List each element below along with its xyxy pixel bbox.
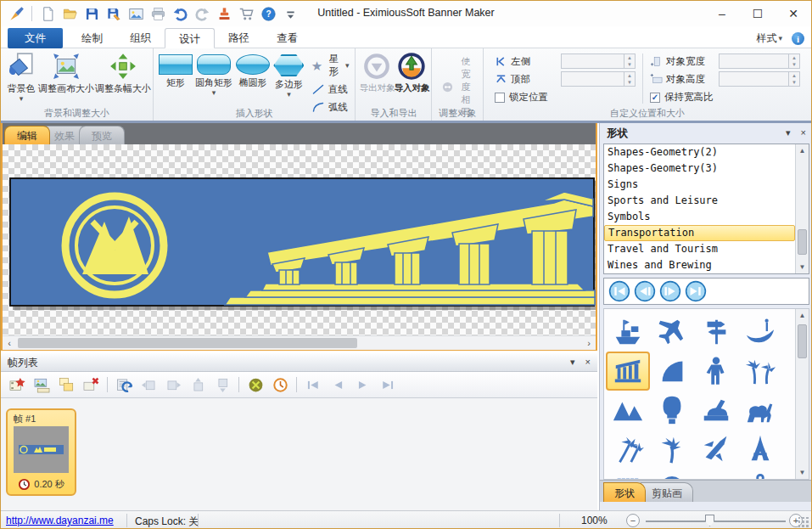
document-tab-edit[interactable]: 编辑: [4, 126, 50, 144]
spinner-arrows[interactable]: ▲▼: [624, 54, 635, 68]
shape-camel[interactable]: [738, 391, 782, 430]
shape-gondola[interactable]: [738, 312, 782, 352]
last-frame-button[interactable]: [376, 374, 398, 396]
scroll-right-icon[interactable]: ›: [582, 338, 596, 348]
duplicate-frame-button[interactable]: [55, 374, 77, 396]
scroll-left-icon[interactable]: ‹: [3, 338, 16, 348]
category-scrollbar[interactable]: ▲ ▼: [795, 144, 809, 273]
rectangle-button[interactable]: 矩形: [158, 51, 193, 90]
shape-brick-building[interactable]: [606, 469, 650, 480]
panel-close-icon[interactable]: ×: [585, 356, 591, 368]
object-width-input[interactable]: ▲▼: [719, 53, 800, 69]
move-frame-down-button[interactable]: [211, 374, 233, 396]
panel-menu-icon[interactable]: ▾: [786, 127, 791, 138]
shape-palm-tree[interactable]: [650, 430, 694, 469]
add-frame-button[interactable]: [6, 374, 28, 396]
background-color-button[interactable]: 背景色 ▾: [5, 51, 37, 104]
canvas[interactable]: [3, 144, 596, 335]
tab-design[interactable]: 设计: [165, 28, 215, 48]
category-item[interactable]: Symbols: [604, 209, 795, 225]
close-button[interactable]: ✕: [776, 1, 811, 26]
panel-tab-clipart[interactable]: 剪贴画: [641, 482, 693, 502]
delete-frame-button[interactable]: [80, 374, 102, 396]
shape-signpost[interactable]: [694, 312, 738, 352]
spinner-arrows[interactable]: ▲▼: [624, 72, 635, 86]
previous-page-button[interactable]: [634, 280, 656, 302]
shape-eiffel-tower[interactable]: [738, 430, 782, 469]
info-icon[interactable]: i: [792, 32, 804, 45]
shape-fighter-jet[interactable]: [694, 430, 738, 469]
frame-duration-button[interactable]: [269, 374, 291, 396]
category-item[interactable]: Shapes-Geometry(3): [604, 160, 795, 177]
document-tab-preview[interactable]: 预览: [79, 126, 125, 144]
shape-palm-grove[interactable]: [738, 352, 782, 391]
tab-path[interactable]: 路径: [215, 28, 263, 48]
scroll-up-icon[interactable]: ▲: [796, 309, 809, 322]
category-item[interactable]: Shapes-Geometry(2): [604, 144, 795, 160]
zoom-out-icon[interactable]: −: [626, 514, 640, 527]
zoom-slider-thumb[interactable]: [705, 515, 714, 526]
category-item[interactable]: Wines and Brewing: [604, 257, 795, 273]
tab-draw[interactable]: 绘制: [68, 28, 116, 48]
move-frame-forward-button[interactable]: [162, 374, 184, 396]
polygon-button[interactable]: 多边形 ▾: [272, 51, 306, 99]
panel-close-icon[interactable]: ×: [801, 127, 806, 138]
star-button[interactable]: ★ 星形 ▾: [310, 51, 351, 80]
add-image-frame-button[interactable]: [31, 374, 53, 396]
top-position-input[interactable]: ▲▼: [561, 71, 636, 87]
scrollbar-thumb[interactable]: [18, 338, 357, 348]
import-object-button[interactable]: 导入对象: [394, 51, 429, 95]
scroll-down-icon[interactable]: ▼: [796, 466, 809, 479]
website-link[interactable]: http://www.dayanzai.me: [6, 515, 114, 526]
frame-properties-button[interactable]: [113, 374, 135, 396]
line-button[interactable]: 直线: [310, 81, 351, 98]
object-height-input[interactable]: ▲▼: [719, 71, 800, 87]
minimize-button[interactable]: –: [704, 1, 740, 26]
resize-grip[interactable]: [798, 517, 809, 528]
shape-grid-scrollbar[interactable]: ▲ ▼: [795, 309, 809, 479]
shape-warrior[interactable]: [694, 352, 738, 391]
shape-bottle[interactable]: [694, 469, 738, 480]
scroll-up-icon[interactable]: ▲: [796, 144, 809, 157]
scrollbar-thumb[interactable]: [798, 229, 807, 255]
last-page-button[interactable]: [685, 280, 707, 302]
category-item[interactable]: Signs: [604, 177, 795, 193]
shape-sphinx[interactable]: [694, 391, 738, 430]
keep-aspect-checkbox[interactable]: 保持宽高比: [650, 91, 800, 104]
export-object-button[interactable]: 导出对象: [360, 51, 394, 95]
move-frame-up-button[interactable]: [187, 374, 209, 396]
resize-canvas-button[interactable]: 调整画布大小: [37, 51, 95, 96]
lock-position-checkbox[interactable]: 锁定位置: [495, 91, 636, 104]
horizontal-scrollbar[interactable]: ‹ ›: [3, 335, 596, 350]
banner-artboard[interactable]: [9, 177, 595, 307]
previous-frame-button[interactable]: [327, 374, 349, 396]
first-frame-button[interactable]: [302, 374, 324, 396]
shape-airplane[interactable]: [650, 312, 694, 352]
scroll-down-icon[interactable]: ▼: [796, 261, 809, 273]
next-page-button[interactable]: [659, 280, 681, 302]
category-item[interactable]: Travel and Tourism: [604, 241, 795, 257]
maximize-button[interactable]: ☐: [740, 1, 776, 26]
shape-fan[interactable]: [650, 352, 694, 391]
rounded-rectangle-button[interactable]: 圆角矩形 ▾: [193, 51, 234, 98]
resize-banner-button[interactable]: 调整条幅大小: [95, 51, 151, 96]
shape-pyramids[interactable]: [606, 391, 650, 430]
tab-file[interactable]: 文件: [8, 28, 63, 48]
next-frame-button[interactable]: [351, 374, 373, 396]
move-frame-back-button[interactable]: [137, 374, 160, 396]
frame-effects-button[interactable]: [244, 374, 266, 396]
spinner-arrows[interactable]: ▲▼: [788, 72, 799, 86]
panel-menu-icon[interactable]: ▾: [570, 356, 575, 368]
shape-anchor[interactable]: [738, 469, 782, 480]
shape-temple[interactable]: [606, 352, 650, 391]
category-item[interactable]: Transportation: [604, 225, 795, 241]
shape-compass[interactable]: [650, 469, 694, 480]
category-item[interactable]: Sports and Leisure: [604, 193, 795, 209]
shape-leaning-palms[interactable]: [606, 430, 650, 469]
tab-organize[interactable]: 组织: [116, 28, 165, 48]
first-page-button[interactable]: [608, 280, 630, 302]
scrollbar-thumb[interactable]: [798, 324, 807, 358]
zoom-slider-track[interactable]: [646, 521, 786, 522]
frame-item-1[interactable]: 帧 #1 0.20 秒: [6, 408, 76, 496]
shape-pharaoh[interactable]: [650, 391, 694, 430]
